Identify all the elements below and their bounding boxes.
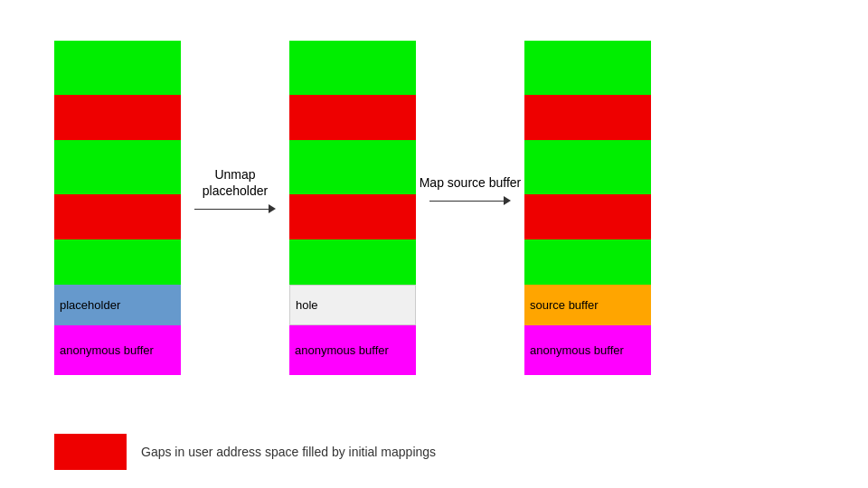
anonymous-label-1: anonymous buffer: [54, 340, 159, 361]
hole-label: hole: [290, 295, 324, 315]
arrow-block-2: Map source buffer: [416, 174, 524, 241]
block-hole: hole: [289, 285, 416, 325]
legend-text: Gaps in user address space filled by ini…: [141, 445, 436, 459]
legend-area: Gaps in user address space filled by ini…: [54, 434, 436, 470]
column-2: hole anonymous buffer: [289, 41, 416, 375]
diagram-area: placeholder anonymous buffer Unmap place…: [54, 18, 814, 398]
anonymous-label-2: anonymous buffer: [289, 340, 394, 361]
column-3: source buffer anonymous buffer: [524, 41, 651, 375]
block-anonymous-1: anonymous buffer: [54, 325, 181, 375]
column-1: placeholder anonymous buffer: [54, 41, 181, 375]
arrow-2: [429, 196, 511, 205]
arrow-1: [194, 204, 276, 213]
block-source-buffer: source buffer: [524, 285, 651, 325]
block-anonymous-2: anonymous buffer: [289, 325, 416, 375]
source-buffer-label: source buffer: [524, 295, 604, 315]
anonymous-label-3: anonymous buffer: [524, 340, 629, 361]
arrow-label-1: Unmap placeholder: [181, 166, 289, 199]
block-c2b4: [289, 194, 416, 239]
legend-box: [54, 434, 127, 470]
arrow-block-1: Unmap placeholder: [181, 166, 289, 249]
arrow-head-2: [504, 196, 511, 205]
block-c1b3: [54, 140, 181, 194]
block-c3b3: [524, 140, 651, 194]
arrow-line-2: [429, 201, 504, 202]
block-c2b1: [289, 41, 416, 95]
arrow-line-1: [194, 209, 269, 210]
block-c1b5: [54, 239, 181, 285]
block-placeholder: placeholder: [54, 285, 181, 325]
arrow-label-2: Map source buffer: [420, 174, 522, 191]
block-c2b5: [289, 239, 416, 285]
block-c2b2: [289, 95, 416, 140]
block-anonymous-3: anonymous buffer: [524, 325, 651, 375]
block-c3b5: [524, 239, 651, 285]
placeholder-label: placeholder: [54, 295, 126, 315]
block-c3b4: [524, 194, 651, 239]
block-c1b1: [54, 41, 181, 95]
block-c3b1: [524, 41, 651, 95]
block-c1b2: [54, 95, 181, 140]
arrow-head-1: [269, 204, 276, 213]
block-c1b4: [54, 194, 181, 239]
block-c3b2: [524, 95, 651, 140]
block-c2b3: [289, 140, 416, 194]
